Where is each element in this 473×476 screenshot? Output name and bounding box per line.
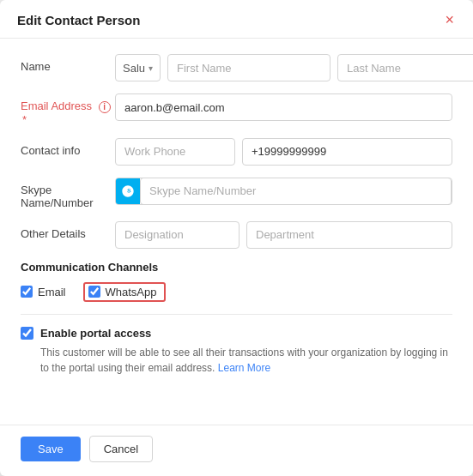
first-name-input[interactable] [167, 54, 330, 81]
contact-info-fields [115, 138, 452, 166]
portal-access-section: Enable portal access This customer will … [21, 327, 452, 376]
save-button[interactable]: Save [21, 437, 81, 461]
skype-field-wrapper [115, 178, 452, 205]
contact-info-row: Contact info [21, 138, 452, 166]
whatsapp-channel-item: WhatsApp [83, 282, 166, 302]
other-details-fields [115, 221, 452, 249]
name-row: Name Salu ▾ [21, 54, 452, 81]
divider [21, 314, 452, 315]
email-fields [115, 93, 452, 121]
modal-header: Edit Contact Person × [0, 0, 473, 39]
skype-input[interactable] [140, 178, 452, 205]
skype-label: Skype Name/Number [21, 178, 115, 209]
salutation-value: Salu [123, 62, 145, 75]
email-row: Email Address i * [21, 93, 452, 126]
name-fields: Salu ▾ [115, 54, 473, 81]
contact-info-label: Contact info [21, 138, 115, 157]
portal-access-description: This customer will be able to see all th… [21, 345, 452, 376]
skype-icon [116, 178, 140, 204]
email-channel-item: Email [21, 286, 66, 298]
chevron-down-icon: ▾ [149, 63, 153, 73]
salutation-dropdown[interactable]: Salu ▾ [115, 54, 161, 81]
learn-more-link[interactable]: Learn More [218, 362, 270, 374]
email-label: Email Address i * [21, 93, 115, 126]
info-icon: i [99, 101, 111, 113]
department-input[interactable] [246, 221, 452, 249]
work-phone-input[interactable] [115, 138, 235, 166]
portal-access-header: Enable portal access [21, 327, 452, 340]
designation-input[interactable] [115, 221, 240, 249]
edit-contact-modal: Edit Contact Person × Name Salu ▾ Email … [0, 0, 473, 476]
portal-access-checkbox[interactable] [21, 327, 33, 340]
whatsapp-channel-checkbox[interactable] [88, 286, 100, 298]
modal-footer: Save Cancel [0, 425, 473, 476]
modal-title: Edit Contact Person [17, 13, 140, 27]
close-button[interactable]: × [443, 12, 456, 27]
portal-access-label: Enable portal access [40, 327, 151, 340]
name-label: Name [21, 54, 115, 73]
comm-channels-row: Email WhatsApp [21, 282, 452, 302]
other-details-label: Other Details [21, 221, 115, 240]
other-details-row: Other Details [21, 221, 452, 249]
phone-number-input[interactable] [242, 138, 452, 166]
modal-body: Name Salu ▾ Email Address i * C [0, 39, 473, 425]
email-input[interactable] [115, 93, 452, 121]
comm-channels-title: Communication Channels [21, 261, 452, 274]
cancel-button[interactable]: Cancel [89, 436, 153, 462]
email-channel-label: Email [38, 286, 66, 298]
email-label-text: Email Address [21, 99, 92, 112]
email-channel-checkbox[interactable] [21, 286, 33, 298]
skype-row: Skype Name/Number [21, 178, 452, 209]
whatsapp-channel-label: WhatsApp [106, 286, 157, 298]
last-name-input[interactable] [337, 54, 473, 81]
required-star: * [22, 113, 27, 126]
